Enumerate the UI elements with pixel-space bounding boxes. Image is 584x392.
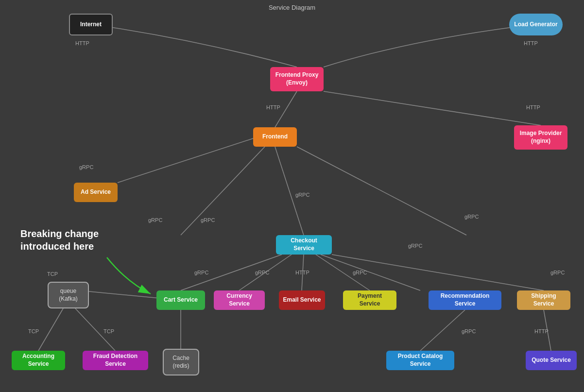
label-http-proxy-image: HTTP xyxy=(526,104,540,110)
label-grpc-checkout-shipping: gRPC xyxy=(550,270,565,275)
label-tcp-queue-accounting: TCP xyxy=(28,328,39,334)
label-grpc-checkout-rec: gRPC xyxy=(408,243,422,249)
label-grpc-rec-catalog: gRPC xyxy=(462,328,476,334)
node-quote: Quote Service xyxy=(526,351,577,370)
node-cart: Cart Service xyxy=(156,290,205,310)
label-http-checkout-email: HTTP xyxy=(295,270,309,275)
label-grpc-frontend-checkout: gRPC xyxy=(295,192,309,198)
svg-line-5 xyxy=(181,147,265,235)
svg-line-2 xyxy=(118,137,258,183)
node-accounting: Accounting Service xyxy=(12,351,65,370)
node-queue: queue (Kafka) xyxy=(48,282,89,308)
node-ad-service: Ad Service xyxy=(74,183,118,202)
diagram-container: Service Diagram xyxy=(0,0,584,392)
svg-line-11 xyxy=(321,255,420,290)
node-fraud: Fraud Detection Service xyxy=(83,351,148,370)
label-grpc-checkout-cart: gRPC xyxy=(194,270,208,275)
node-load-generator: Load Generator xyxy=(509,14,563,35)
label-tcp-queue-fraud: TCP xyxy=(103,328,114,334)
label-grpc-checkout-payment: gRPC xyxy=(353,270,367,275)
svg-line-1 xyxy=(324,91,541,125)
label-tcp-cart-queue: TCP xyxy=(47,271,58,277)
node-email: Email Service xyxy=(279,290,325,310)
node-cache: Cache (redis) xyxy=(163,349,199,375)
label-grpc-frontend-currency: gRPC xyxy=(201,217,215,223)
label-http-proxy-frontend: HTTP xyxy=(266,104,280,110)
node-shipping: Shipping Service xyxy=(517,290,570,310)
node-internet: Internet xyxy=(69,14,113,35)
node-payment: Payment Service xyxy=(343,290,396,310)
node-image-provider: Image Provider (nginx) xyxy=(514,125,567,150)
node-product-catalog: Product Catalog Service xyxy=(386,351,454,370)
label-grpc-frontend-ad: gRPC xyxy=(79,164,93,170)
node-currency: Currency Service xyxy=(214,290,265,310)
node-recommendation: Recommendation Service xyxy=(429,290,501,310)
label-grpc-frontend-cart: gRPC xyxy=(148,217,162,223)
label-http-shipping-quote: HTTP xyxy=(534,328,549,334)
svg-line-16 xyxy=(420,310,465,351)
svg-line-13 xyxy=(38,308,63,351)
node-checkout: Checkout Service xyxy=(276,235,332,255)
label-http-loadgen: HTTP xyxy=(524,40,538,46)
node-frontend-proxy: Frontend Proxy (Envoy) xyxy=(270,67,324,91)
svg-line-3 xyxy=(275,147,304,235)
svg-line-4 xyxy=(297,147,466,235)
annotation-breaking-change: Breaking change introduced here xyxy=(20,227,118,253)
label-http-internet: HTTP xyxy=(75,40,89,46)
node-frontend: Frontend xyxy=(253,127,297,147)
label-grpc-frontend-rec: gRPC xyxy=(464,214,479,220)
label-grpc-checkout-currency: gRPC xyxy=(255,270,269,275)
page-title: Service Diagram xyxy=(269,4,315,11)
